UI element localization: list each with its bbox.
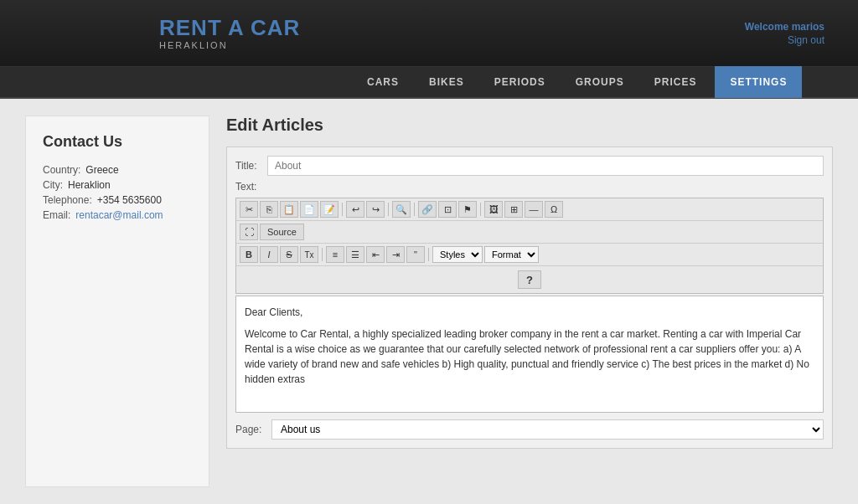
paste-word-button[interactable]: 📝: [320, 201, 339, 218]
navigation: CARS BIKES PERIODS GROUPS PRICES SETTING…: [0, 67, 858, 99]
title-row: Title:: [235, 156, 824, 176]
nav-item-bikes[interactable]: BIKES: [414, 66, 479, 98]
edit-articles-area: Edit Articles Title: Text: ✂ ⎘ 📋 📄 📝: [226, 116, 833, 487]
country-value: Greece: [85, 164, 118, 176]
source-button[interactable]: Source: [260, 224, 304, 240]
copy-button[interactable]: ⎘: [260, 201, 278, 218]
unordered-list-button[interactable]: ☰: [346, 246, 364, 263]
country-label: Country:: [43, 164, 80, 176]
toolbar-row-2: ⛶ Source: [236, 221, 823, 244]
indent-button[interactable]: ⇥: [386, 246, 405, 263]
sep6: [428, 248, 429, 261]
bold-button[interactable]: B: [240, 246, 258, 263]
paste-text-button[interactable]: 📄: [300, 201, 318, 218]
username: marios: [792, 21, 824, 33]
city-label: City:: [43, 179, 63, 191]
anchor-button[interactable]: ⚑: [458, 201, 477, 218]
nav-item-prices[interactable]: PRICES: [639, 66, 712, 98]
table-button[interactable]: ⊞: [504, 201, 523, 218]
ordered-list-button[interactable]: ≡: [326, 246, 344, 263]
outdent-button[interactable]: ⇤: [366, 246, 385, 263]
format-select[interactable]: Format: [484, 246, 539, 263]
sep3: [414, 203, 415, 216]
telephone-value: +354 5635600: [97, 194, 162, 206]
sep5: [322, 248, 323, 261]
editor-wrapper: Title: Text: ✂ ⎘ 📋 📄 📝 ↩ ↪: [226, 147, 833, 449]
city-value: Heraklion: [68, 179, 111, 191]
page-label: Page:: [235, 424, 265, 435]
find-button[interactable]: 🔍: [392, 201, 411, 218]
title-input[interactable]: [267, 156, 824, 176]
header-right: Welcome marios Sign out: [745, 21, 824, 46]
email-link[interactable]: rentacar@mail.com: [75, 209, 163, 221]
nav-item-cars[interactable]: CARS: [352, 66, 414, 98]
nav-item-periods[interactable]: PERIODS: [479, 66, 561, 98]
sign-out-link[interactable]: Sign out: [788, 34, 824, 46]
paste-button[interactable]: 📋: [280, 201, 298, 218]
page-row: Page: About us: [235, 419, 824, 440]
nav-item-settings[interactable]: SETTINGS: [715, 66, 802, 98]
editor-content-inner: Dear Clients, Welcome to Car Rental, a h…: [245, 305, 814, 387]
styles-select[interactable]: Styles: [432, 246, 483, 263]
editor-content[interactable]: Dear Clients, Welcome to Car Rental, a h…: [235, 296, 824, 413]
logo-subtitle: HERAKLION: [159, 40, 300, 50]
toolbar-row-4: ?: [236, 266, 823, 293]
cut-button[interactable]: ✂: [240, 201, 258, 218]
text-label-row: Text:: [235, 181, 824, 193]
editor-toolbar: ✂ ⎘ 📋 📄 📝 ↩ ↪ 🔍 🔗 ⊡ ⚑ 🖼 ⊞: [235, 198, 824, 294]
page-select[interactable]: About us: [271, 419, 824, 440]
text-label: Text:: [235, 181, 261, 193]
page-title: Edit Articles: [226, 116, 833, 135]
redo-button[interactable]: ↪: [366, 201, 385, 218]
logo-title: RENT A CAR: [159, 16, 300, 40]
welcome-prefix: Welcome: [745, 21, 792, 33]
image-button[interactable]: 🖼: [484, 201, 503, 218]
help-button[interactable]: ?: [518, 270, 541, 289]
email-label: Email:: [43, 209, 70, 221]
sidebar-title: Contact Us: [43, 133, 192, 151]
italic-button[interactable]: I: [260, 246, 278, 263]
special-char-button[interactable]: Ω: [545, 201, 563, 218]
contact-country-row: Country: Greece: [43, 164, 192, 176]
link-button[interactable]: 🔗: [418, 201, 437, 218]
toolbar-row-3: B I S Tx ≡ ☰ ⇤ ⇥ " Styles Format: [236, 244, 823, 266]
header: RENT A CAR HERAKLION Welcome marios Sign…: [0, 0, 858, 67]
telephone-label: Telephone:: [43, 194, 92, 206]
strikethrough-button[interactable]: S: [280, 246, 298, 263]
sep1: [342, 203, 343, 216]
nav-item-groups[interactable]: GROUPS: [561, 66, 639, 98]
main-content: Contact Us Country: Greece City: Herakli…: [0, 99, 858, 504]
welcome-text: Welcome marios: [745, 21, 824, 33]
sidebar: Contact Us Country: Greece City: Herakli…: [25, 116, 209, 487]
title-label: Title:: [235, 160, 261, 172]
hr-button[interactable]: —: [525, 201, 543, 218]
remove-format-button[interactable]: Tx: [300, 246, 318, 263]
content-paragraph: Welcome to Car Rental, a highly speciali…: [245, 327, 814, 387]
contact-email-row: Email: rentacar@mail.com: [43, 209, 192, 221]
toolbar-row-1: ✂ ⎘ 📋 📄 📝 ↩ ↪ 🔍 🔗 ⊡ ⚑ 🖼 ⊞: [236, 198, 823, 221]
contact-city-row: City: Heraklion: [43, 179, 192, 191]
undo-button[interactable]: ↩: [346, 201, 364, 218]
logo-area: RENT A CAR HERAKLION: [159, 16, 300, 50]
blockquote-button[interactable]: ": [406, 246, 425, 263]
sep4: [480, 203, 481, 216]
fullscreen-button[interactable]: ⛶: [240, 224, 258, 240]
content-greeting: Dear Clients,: [245, 305, 814, 320]
sep2: [388, 203, 389, 216]
unlink-button[interactable]: ⊡: [438, 201, 457, 218]
contact-telephone-row: Telephone: +354 5635600: [43, 194, 192, 206]
